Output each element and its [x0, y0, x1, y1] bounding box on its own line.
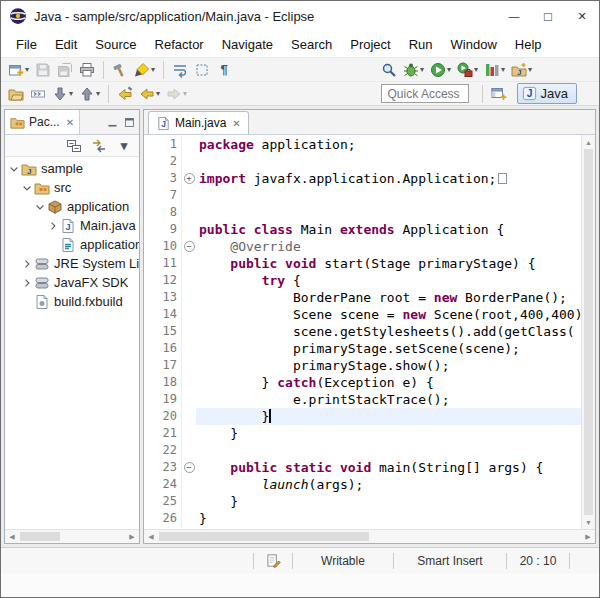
mark-occurrences-button[interactable]: ▾ [132, 60, 157, 80]
chevron-down-icon[interactable] [20, 180, 33, 196]
minimize-view-button[interactable] [105, 115, 120, 130]
maximize-button[interactable]: □ [531, 1, 565, 31]
save-button[interactable] [33, 60, 53, 80]
marker-gutter[interactable] [144, 289, 156, 306]
menu-file[interactable]: File [7, 33, 46, 56]
close-editor-icon[interactable]: ✕ [232, 118, 240, 129]
build-all-button[interactable] [110, 60, 130, 80]
open-perspective-button[interactable] [489, 84, 509, 104]
tree-item-application[interactable]: application [5, 197, 139, 216]
package-explorer-tab[interactable]: Pac... ✕ [5, 110, 80, 134]
forward-button[interactable]: ▾ [164, 84, 189, 104]
scroll-up-icon[interactable]: ▲ [582, 135, 595, 149]
code-line-11[interactable]: public void start(Stage primaryStage) { [196, 255, 581, 272]
code-line-12[interactable]: try { [196, 272, 581, 289]
scroll-right-icon[interactable]: ▶ [125, 530, 139, 543]
marker-gutter[interactable] [144, 340, 156, 357]
code-line-17[interactable]: primaryStage.show(); [196, 357, 581, 374]
menu-run[interactable]: Run [400, 33, 442, 56]
marker-gutter[interactable] [144, 255, 156, 272]
fold-gutter[interactable]: − [182, 238, 196, 255]
debug-button[interactable]: ▾ [401, 60, 426, 80]
menu-edit[interactable]: Edit [46, 33, 86, 56]
marker-gutter[interactable] [144, 221, 156, 238]
editor-tab-main-java[interactable]: J Main.java ✕ [148, 111, 249, 134]
scroll-left-icon[interactable]: ◀ [5, 530, 19, 543]
run-button[interactable]: ▾ [428, 60, 453, 80]
marker-gutter[interactable] [144, 374, 156, 391]
link-editor-button[interactable] [89, 136, 109, 156]
minimize-button[interactable]: — [497, 1, 531, 31]
marker-gutter[interactable] [144, 510, 156, 527]
marker-gutter[interactable] [144, 238, 156, 255]
previous-annotation-button[interactable]: ▾ [77, 84, 102, 104]
word-wrap-button[interactable] [170, 60, 190, 80]
next-annotation-button[interactable]: ▾ [50, 84, 75, 104]
code-line-25[interactable]: } [196, 493, 581, 510]
code-line-7[interactable] [196, 187, 581, 204]
dropdown-arrow-icon[interactable]: ▾ [420, 65, 424, 74]
marker-gutter[interactable] [144, 459, 156, 476]
chevron-down-icon[interactable] [33, 199, 46, 215]
dropdown-arrow-icon[interactable]: ▾ [447, 65, 451, 74]
fold-collapse-icon[interactable]: − [184, 462, 195, 473]
code-line-24[interactable]: launch(args); [196, 476, 581, 493]
dropdown-arrow-icon[interactable]: ▾ [156, 89, 160, 98]
explorer-horizontal-scrollbar[interactable]: ◀ ▶ [5, 529, 139, 543]
breadcrumb-button[interactable] [28, 84, 48, 104]
dropdown-arrow-icon[interactable]: ▾ [25, 65, 29, 74]
marker-gutter[interactable] [144, 136, 156, 153]
code-editor[interactable]: 1package application;23+import javafx.ap… [144, 135, 581, 529]
editor-horizontal-scrollbar[interactable]: ◀ ▶ [144, 529, 595, 543]
fold-gutter[interactable]: + [182, 170, 196, 187]
scrollbar-thumb[interactable] [584, 149, 593, 515]
dropdown-arrow-icon[interactable]: ▾ [151, 65, 155, 74]
tree-item-application-css[interactable]: application.css [5, 235, 139, 254]
code-line-13[interactable]: BorderPane root = new BorderPane(); [196, 289, 581, 306]
marker-gutter[interactable] [144, 442, 156, 459]
marker-gutter[interactable] [144, 323, 156, 340]
collapse-all-button[interactable] [64, 136, 84, 156]
chevron-right-icon[interactable] [20, 256, 33, 272]
maximize-view-button[interactable] [122, 115, 137, 130]
folded-region-indicator[interactable] [498, 173, 507, 184]
block-selection-button[interactable] [192, 60, 212, 80]
java-perspective-button[interactable]: J Java [517, 83, 577, 104]
menu-search[interactable]: Search [282, 33, 341, 56]
marker-gutter[interactable] [144, 408, 156, 425]
dropdown-arrow-icon[interactable]: ▾ [96, 89, 100, 98]
tree-item-src[interactable]: src [5, 178, 139, 197]
close-button[interactable]: ✕ [565, 1, 599, 31]
code-line-19[interactable]: e.printStackTrace(); [196, 391, 581, 408]
code-line-22[interactable] [196, 442, 581, 459]
marker-gutter[interactable] [144, 425, 156, 442]
marker-gutter[interactable] [144, 272, 156, 289]
code-line-18[interactable]: } catch(Exception e) { [196, 374, 581, 391]
chevron-right-icon[interactable] [46, 218, 59, 234]
dropdown-arrow-icon[interactable]: ▾ [528, 65, 532, 74]
marker-gutter[interactable] [144, 476, 156, 493]
dropdown-arrow-icon[interactable]: ▾ [69, 89, 73, 98]
tree-item-javafx-sdk[interactable]: JavaFX SDK [5, 273, 139, 292]
close-view-icon[interactable]: ✕ [66, 117, 74, 128]
marker-gutter[interactable] [144, 187, 156, 204]
chevron-down-icon[interactable] [7, 161, 20, 177]
marker-gutter[interactable] [144, 170, 156, 187]
open-resource-button[interactable] [6, 84, 26, 104]
menu-navigate[interactable]: Navigate [213, 33, 282, 56]
marker-gutter[interactable] [144, 391, 156, 408]
tree-item-jre-system-library[interactable]: JRE System Library [5, 254, 139, 273]
last-edit-location-button[interactable] [115, 84, 135, 104]
tree-item-sample[interactable]: Jsample [5, 159, 139, 178]
fold-expand-icon[interactable]: + [184, 173, 195, 184]
code-line-14[interactable]: Scene scene = new Scene(root,400,400); [196, 306, 581, 323]
code-line-20[interactable]: } [196, 408, 581, 425]
menu-project[interactable]: Project [341, 33, 399, 56]
menu-window[interactable]: Window [442, 33, 506, 56]
marker-gutter[interactable] [144, 204, 156, 221]
search-button[interactable] [379, 60, 399, 80]
menu-source[interactable]: Source [86, 33, 145, 56]
new-java-project-button[interactable]: J▾ [509, 60, 534, 80]
code-line-23[interactable]: public static void main(String[] args) { [196, 459, 581, 476]
code-line-21[interactable]: } [196, 425, 581, 442]
